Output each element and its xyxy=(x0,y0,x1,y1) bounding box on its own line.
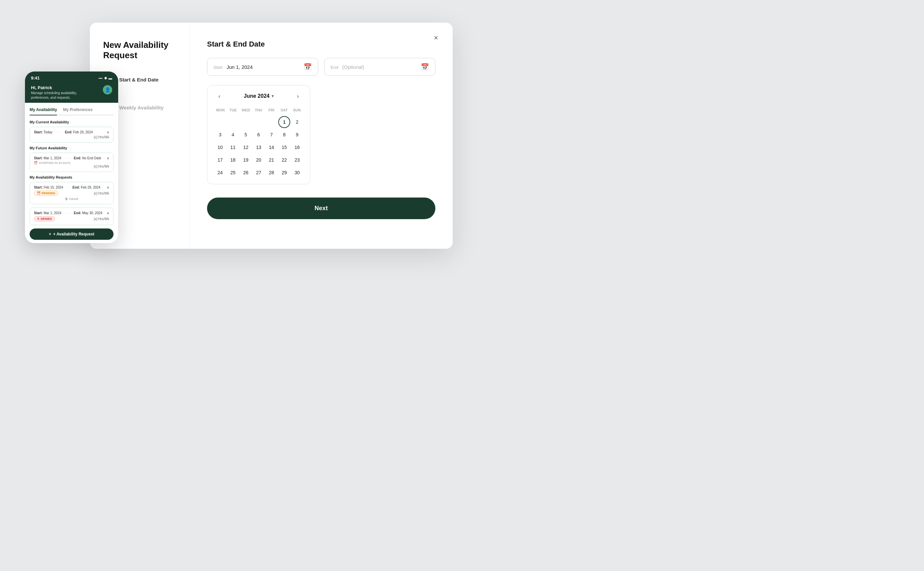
request-card-2[interactable]: Start: Mar 1, 2024 ····· End: May 30, 20… xyxy=(29,207,113,225)
plus-icon: + xyxy=(49,232,51,236)
x-icon: ✕ xyxy=(37,217,40,221)
calendar-day-11[interactable]: 11 xyxy=(227,141,239,153)
phone-status-bar: 9:41 ▪▪▪ ◈ ▬ Hi, Patrick Manage scheduli… xyxy=(25,71,118,103)
calendar-day-14[interactable]: 14 xyxy=(266,141,278,153)
denied-badge: ✕ DENIED xyxy=(34,216,55,221)
calendar-day-2[interactable]: 2 xyxy=(291,116,303,128)
calendar-day-27[interactable]: 27 xyxy=(252,167,265,179)
day-fri: FRI xyxy=(265,107,278,113)
tab-my-preferences[interactable]: My Preferences xyxy=(63,107,93,116)
future-avail-dates: Start: Mar 1, 2024 ····· End: No End Dat… xyxy=(34,156,101,160)
calendar-day-17[interactable]: 17 xyxy=(214,154,226,166)
calendar-grid: 1234567891011121314151617181920212223242… xyxy=(214,116,303,179)
start-calendar-icon: 📅 xyxy=(303,63,312,71)
day-wed: WED xyxy=(240,107,252,113)
cancel-request1-btn[interactable]: 🗑 Cancel xyxy=(34,196,109,201)
future-avail-hrs: [x] Hrs/Wk xyxy=(34,165,109,168)
calendar-day-16[interactable]: 16 xyxy=(291,141,303,153)
calendar-day-names: MON TUE WED THU FRI SAT SUN xyxy=(214,107,303,113)
empty-cell xyxy=(227,116,239,128)
calendar-day-6[interactable]: 6 xyxy=(252,129,265,140)
calendar-day-26[interactable]: 26 xyxy=(240,167,252,179)
start-date-input[interactable]: Start Jun 1, 2024 📅 xyxy=(207,58,318,76)
calendar-day-7[interactable]: 7 xyxy=(266,129,278,140)
request1-chevron: ∨ xyxy=(107,185,109,189)
day-sun: SUN xyxy=(291,107,303,113)
current-availability-card[interactable]: Start: Today ····· End: Feb 29, 2024 ∨ [… xyxy=(29,127,113,143)
calendar-day-24[interactable]: 24 xyxy=(214,167,226,179)
section-title: Start & End Date xyxy=(207,40,435,49)
calendar-day-30[interactable]: 30 xyxy=(291,167,303,179)
request2-chevron: ∨ xyxy=(107,211,109,215)
calendar-day-19[interactable]: 19 xyxy=(240,154,252,166)
month-dropdown-icon: ▾ xyxy=(272,94,274,99)
current-avail-chevron: ∨ xyxy=(107,130,109,134)
future-avail-chevron: ∨ xyxy=(107,156,109,160)
request1-dates: Start: Feb 15, 2024 ··· End: Feb 29, 202… xyxy=(34,185,101,189)
calendar-day-25[interactable]: 25 xyxy=(227,167,239,179)
next-month-btn[interactable]: › xyxy=(293,91,303,102)
calendar-day-5[interactable]: 5 xyxy=(240,129,252,140)
close-icon: × xyxy=(434,34,438,42)
signal-icon: ▪▪▪ xyxy=(99,76,102,80)
calendar-day-8[interactable]: 8 xyxy=(278,129,290,140)
modal-content: × Start & End Date Start Jun 1, 2024 📅 E… xyxy=(190,23,453,249)
request2-dates: Start: Mar 1, 2024 ····· End: May 30, 20… xyxy=(34,211,102,215)
empty-cell xyxy=(266,116,278,128)
calendar-day-1[interactable]: 1 xyxy=(278,116,290,128)
calendar: ‹ June 2024 ▾ › MON TUE WED THU FRI xyxy=(207,85,310,184)
calendar-day-13[interactable]: 13 xyxy=(252,141,265,153)
prev-month-icon: ‹ xyxy=(218,93,220,100)
calendar-day-3[interactable]: 3 xyxy=(214,129,226,140)
calendar-day-22[interactable]: 22 xyxy=(278,154,290,166)
calendar-day-29[interactable]: 29 xyxy=(278,167,290,179)
phone-tabs: My Availability My Preferences xyxy=(29,107,113,116)
trash-icon: 🗑 xyxy=(65,197,68,201)
calendar-day-9[interactable]: 9 xyxy=(291,129,303,140)
future-availability-card[interactable]: Start: Mar 1, 2024 ····· End: No End Dat… xyxy=(29,153,113,172)
pending-badge: ⏰ PENDING xyxy=(34,191,58,196)
next-month-icon: › xyxy=(297,93,299,100)
calendar-day-23[interactable]: 23 xyxy=(291,154,303,166)
calendar-day-4[interactable]: 4 xyxy=(227,129,239,140)
battery-icon: ▬ xyxy=(108,76,112,80)
step-1-label: Start & End Date xyxy=(119,77,158,82)
current-availability-title: My Current Availability xyxy=(29,120,113,124)
wifi-icon: ◈ xyxy=(104,76,107,80)
empty-cell xyxy=(240,116,252,128)
future-avail-note: ⏰ STARTING IN 24 DAYS xyxy=(34,161,109,165)
phone-body: My Availability My Preferences My Curren… xyxy=(25,103,118,243)
next-button[interactable]: Next xyxy=(207,198,435,219)
day-thu: THU xyxy=(252,107,265,113)
calendar-day-15[interactable]: 15 xyxy=(278,141,290,153)
prev-month-btn[interactable]: ‹ xyxy=(214,91,225,102)
end-placeholder: (Optional) xyxy=(342,64,364,70)
phone-avatar: 👤 xyxy=(103,85,112,94)
phone-status-icons: ▪▪▪ ◈ ▬ xyxy=(99,76,112,80)
empty-cell xyxy=(214,116,226,128)
calendar-day-18[interactable]: 18 xyxy=(227,154,239,166)
request2-hrs: [x] Hrs/Wk xyxy=(94,217,109,221)
future-availability-title: My Future Availability xyxy=(29,146,113,150)
modal-dialog: New Availability Request 1 Start & End D… xyxy=(90,23,453,249)
calendar-day-28[interactable]: 28 xyxy=(266,167,278,179)
calendar-day-20[interactable]: 20 xyxy=(252,154,265,166)
modal-title: New Availability Request xyxy=(103,40,176,60)
end-label: End xyxy=(331,65,338,70)
calendar-day-12[interactable]: 12 xyxy=(240,141,252,153)
clock-icon: ⏰ xyxy=(34,161,38,165)
tab-my-availability[interactable]: My Availability xyxy=(29,107,57,116)
end-date-input[interactable]: End (Optional) 📅 xyxy=(324,58,435,76)
day-sat: SAT xyxy=(278,107,290,113)
add-availability-request-btn[interactable]: + + Availability Request xyxy=(29,228,113,240)
calendar-day-10[interactable]: 10 xyxy=(214,141,226,153)
request-card-1[interactable]: Start: Feb 15, 2024 ··· End: Feb 29, 202… xyxy=(29,182,113,204)
start-label: Start xyxy=(214,65,222,70)
end-calendar-icon: 📅 xyxy=(421,63,429,71)
calendar-header: ‹ June 2024 ▾ › xyxy=(214,91,303,102)
day-mon: MON xyxy=(214,107,227,113)
close-button[interactable]: × xyxy=(430,32,442,44)
current-avail-hrs: [x] Hrs/Wk xyxy=(34,135,109,139)
empty-cell xyxy=(252,116,265,128)
calendar-day-21[interactable]: 21 xyxy=(266,154,278,166)
